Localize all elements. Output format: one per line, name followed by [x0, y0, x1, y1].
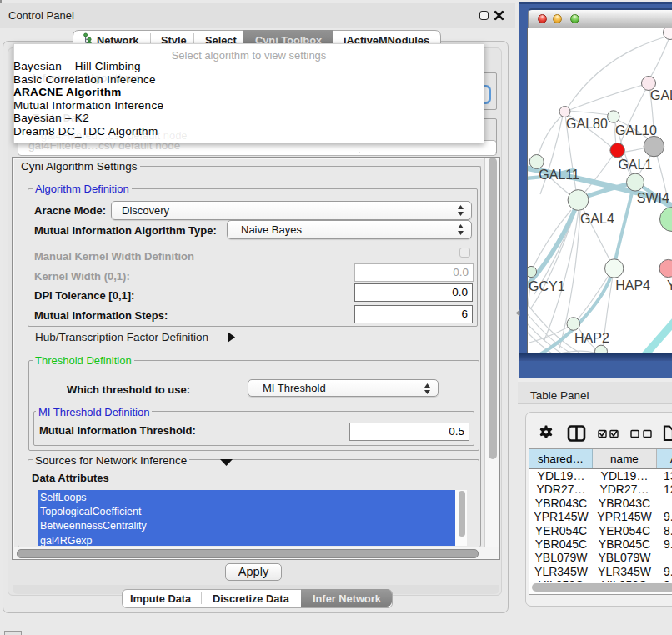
svg-text:SWI4: SWI4	[637, 191, 669, 205]
svg-text:GAL1: GAL1	[618, 158, 652, 172]
svg-text:HAP2: HAP2	[574, 331, 609, 345]
svg-text:GAL80: GAL80	[566, 117, 608, 131]
svg-text:HAP4: HAP4	[615, 278, 650, 292]
svg-text:GAL11: GAL11	[539, 168, 579, 182]
svg-text:Y: Y	[667, 278, 672, 292]
svg-text:GCY1: GCY1	[529, 279, 565, 293]
svg-text:GAL: GAL	[650, 88, 672, 102]
svg-text:GAL10: GAL10	[615, 123, 657, 138]
svg-text:GAL4: GAL4	[580, 212, 614, 226]
